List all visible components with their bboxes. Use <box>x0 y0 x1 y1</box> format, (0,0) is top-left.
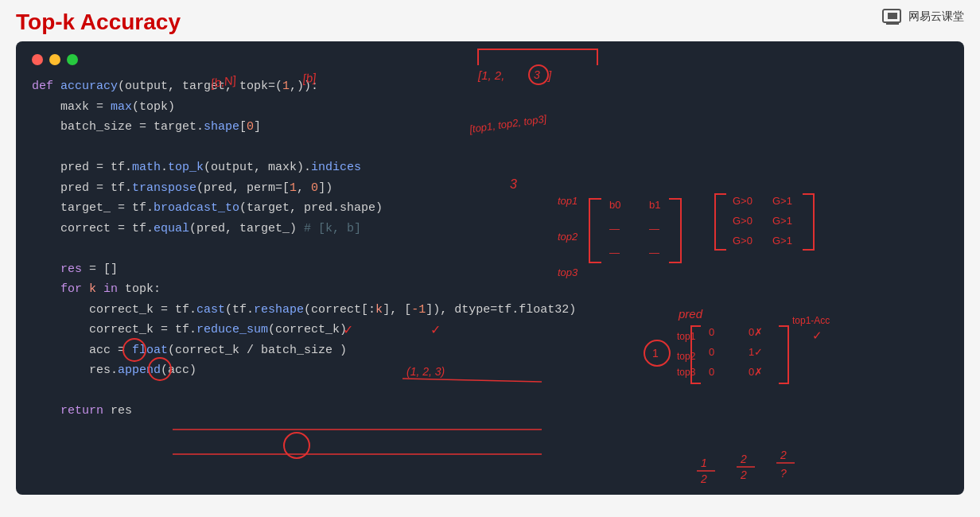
svg-rect-1 <box>888 13 897 19</box>
svg-text:2: 2 <box>780 449 787 461</box>
code-container: def accuracy(output, target, topk=(1,)):… <box>16 41 964 495</box>
page-title: Top-k Accuracy <box>0 0 980 41</box>
svg-point-44 <box>284 433 309 458</box>
svg-text:2: 2 <box>740 468 747 481</box>
svg-text:1: 1 <box>701 457 707 469</box>
control-dot-green <box>67 54 78 65</box>
control-dot-yellow <box>49 54 60 65</box>
brand-text: 网易云课堂 <box>908 10 964 24</box>
brand-logo: 网易云课堂 <box>881 8 964 25</box>
control-dot-red <box>32 54 43 65</box>
svg-text:2: 2 <box>700 472 707 485</box>
code-area: def accuracy(output, target, topk=(1,)):… <box>32 76 948 422</box>
svg-text:2: 2 <box>740 453 747 465</box>
svg-text:?: ? <box>780 467 787 480</box>
window-controls <box>32 54 948 65</box>
